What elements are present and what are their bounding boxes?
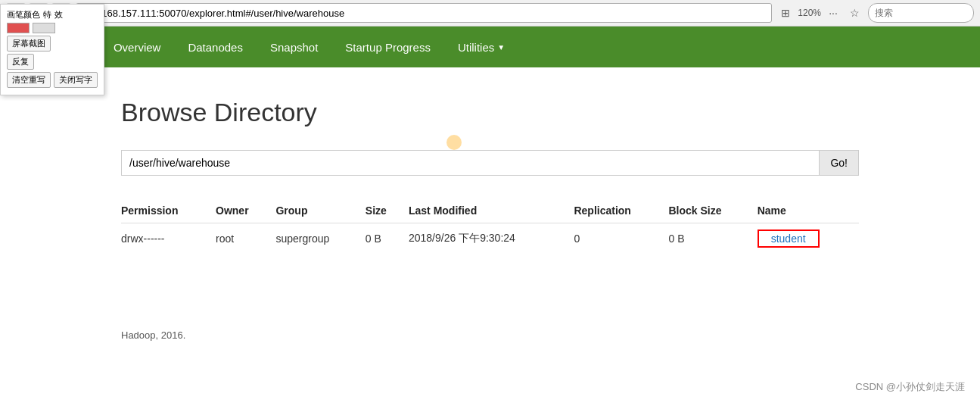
nav-snapshot[interactable]: Snapshot — [257, 27, 331, 67]
color-box-red[interactable] — [7, 23, 30, 33]
nav-startup-progress[interactable]: Startup Progress — [331, 27, 444, 67]
table-body: drwx------ root supergroup 0 B 2018/9/26… — [121, 223, 859, 254]
cell-permission: drwx------ — [121, 223, 216, 254]
browser-chrome: ← → ↻ ⊞ 120% ··· ☆ — [0, 0, 980, 27]
browser-toolbar: ← → ↻ ⊞ 120% ··· ☆ — [0, 0, 980, 26]
student-link[interactable]: student — [758, 229, 820, 248]
footer-text: Hadoop, 2016. — [121, 329, 185, 341]
search-input[interactable] — [868, 3, 974, 23]
overlay-label-effect: 效 — [54, 9, 63, 20]
nav-datanodes[interactable]: Datanodes — [174, 27, 257, 67]
col-block-size: Block Size — [668, 198, 757, 223]
col-permission: Permission — [121, 198, 216, 223]
clear-button[interactable]: 清空重写 — [7, 72, 51, 88]
navbar-links: Overview Datanodes Snapshot Startup Prog… — [100, 27, 518, 67]
cell-size: 0 B — [366, 223, 409, 254]
path-row: Go! — [121, 150, 859, 176]
directory-table: Permission Owner Group Size Last Modifie… — [121, 198, 859, 254]
address-bar[interactable] — [76, 3, 772, 23]
nav-utilities[interactable]: Utilities ▼ — [444, 27, 518, 67]
zoom-level: 120% — [798, 8, 821, 18]
table-row: drwx------ root supergroup 0 B 2018/9/26… — [121, 223, 859, 254]
navbar: Hadoop Overview Datanodes Snapshot Start… — [0, 27, 980, 67]
col-name: Name — [758, 198, 859, 223]
close-writing-button[interactable]: 关闭写字 — [54, 72, 98, 88]
path-input[interactable] — [121, 150, 819, 176]
col-last-modified: Last Modified — [409, 198, 574, 223]
more-icon[interactable]: ··· — [824, 4, 842, 22]
col-size: Size — [366, 198, 409, 223]
page-title: Browse Directory — [121, 98, 859, 127]
cell-last-modified: 2018/9/26 下午9:30:24 — [409, 223, 574, 254]
browser-icons: ⊞ 120% ··· ☆ — [776, 4, 863, 22]
cell-owner: root — [216, 223, 275, 254]
go-button[interactable]: Go! — [819, 150, 859, 176]
cell-replication: 0 — [574, 223, 668, 254]
color-box-gray[interactable] — [33, 23, 55, 33]
footer: Hadoop, 2016. — [0, 314, 980, 356]
grid-icon[interactable]: ⊞ — [776, 4, 795, 22]
chevron-down-icon: ▼ — [497, 43, 505, 52]
screenshot-button[interactable]: 屏幕截图 — [7, 36, 51, 52]
main-content: Browse Directory Go! Permission Owner Gr… — [0, 67, 980, 284]
cell-block-size: 0 B — [668, 223, 757, 254]
star-icon[interactable]: ☆ — [845, 4, 863, 22]
col-replication: Replication — [574, 198, 668, 223]
cell-name: student — [758, 223, 859, 254]
repeat-button[interactable]: 反复 — [7, 54, 34, 70]
overlay-label-special: 特 — [43, 9, 51, 20]
overlay-panel: 画笔颜色 特 效 屏幕截图 反复 清空重写 关闭写字 — [0, 4, 104, 95]
overlay-label-color: 画笔颜色 — [7, 9, 40, 20]
col-owner: Owner — [216, 198, 275, 223]
col-group: Group — [275, 198, 365, 223]
cell-group: supergroup — [275, 223, 365, 254]
nav-overview[interactable]: Overview — [100, 27, 175, 67]
table-header: Permission Owner Group Size Last Modifie… — [121, 198, 859, 223]
